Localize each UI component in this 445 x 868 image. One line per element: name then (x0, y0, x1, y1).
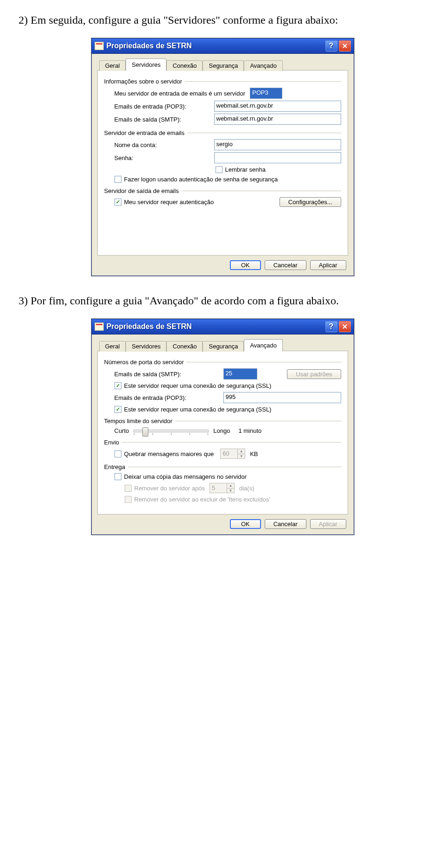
break-messages-checkbox[interactable] (114, 450, 121, 457)
titlebar[interactable]: Propriedades de SETRN ? (92, 39, 354, 54)
help-button[interactable]: ? (325, 321, 337, 332)
password-label: Senha: (114, 154, 214, 161)
spinner-value: 60 (221, 449, 237, 458)
server-type-value: POP3 (250, 88, 282, 99)
cancel-button[interactable]: Cancelar (265, 260, 306, 270)
ssl-incoming-checkbox[interactable]: ✓ (114, 406, 121, 413)
remove-after-unit: dia(s) (239, 485, 254, 492)
requires-auth-checkbox[interactable]: ✓ (114, 199, 121, 206)
dialog-footer: OK Cancelar Aplicar (97, 256, 348, 272)
tab-avancado[interactable]: Avançado (244, 339, 283, 351)
tab-servidores[interactable]: Servidores (126, 341, 166, 352)
tab-label: Conexão (172, 343, 197, 350)
properties-dialog-advanced: Propriedades de SETRN ? Geral Servidores… (91, 319, 354, 535)
tab-avancado[interactable]: Avançado (244, 60, 283, 71)
requires-auth-label: Meu servidor requer autenticação (124, 199, 270, 206)
step-2-text: 2) Em seguida, configure a guia "Servido… (19, 14, 426, 26)
help-button[interactable]: ? (325, 40, 337, 51)
tab-strip: Geral Servidores Conexão Segurança Avanç… (97, 58, 348, 71)
account-label: Nome da conta: (114, 141, 214, 148)
dialog-body: Geral Servidores Conexão Segurança Avanç… (92, 54, 354, 276)
close-button[interactable] (339, 40, 351, 51)
group-outgoing-server: Servidor de saída de emails (104, 187, 341, 194)
leave-copy-checkbox[interactable] (114, 473, 121, 480)
dialog-body: Geral Servidores Conexão Segurança Avanç… (92, 334, 354, 534)
app-icon (95, 42, 104, 50)
group-label: Servidor de saída de emails (104, 187, 182, 194)
account-input[interactable]: sergio (214, 139, 341, 150)
spinner-down-icon: ▼ (227, 489, 234, 493)
tab-geral[interactable]: Geral (99, 60, 126, 71)
group-timeouts: Tempos limite do servidor (104, 418, 341, 424)
incoming-input[interactable]: webmail.set.rn.gov.br (214, 101, 341, 112)
tab-seguranca[interactable]: Segurança (203, 341, 244, 352)
outgoing-input[interactable]: webmail.set.rn.gov.br (214, 114, 341, 125)
group-ports: Números de porta do servidor (104, 359, 341, 366)
close-button[interactable] (339, 321, 351, 332)
remove-after-spinner: 5 ▲▼ (210, 483, 235, 493)
group-server-info: Informações sobre o servidor (104, 78, 341, 85)
group-incoming-server: Servidor de entrada de emails (104, 129, 341, 136)
ssl-outgoing-checkbox[interactable]: ✓ (114, 382, 121, 389)
tab-label: Servidores (132, 343, 160, 350)
tab-strip: Geral Servidores Conexão Segurança Avanç… (97, 339, 348, 351)
tab-panel-servers: Informações sobre o servidor Meu servido… (97, 70, 348, 256)
smtp-port-input[interactable]: 25 (223, 368, 258, 379)
step-3-text: 3) Por fim, configure a guia "Avançado" … (19, 295, 426, 307)
tab-label: Segurança (209, 343, 238, 350)
slider-thumb-icon[interactable] (142, 427, 148, 437)
leave-copy-label: Deixar uma cópia das mensagens no servid… (124, 473, 247, 480)
timeout-value: 1 minuto (238, 427, 261, 434)
tab-label: Geral (105, 62, 120, 69)
titlebar[interactable]: Propriedades de SETRN ? (92, 319, 354, 334)
ok-button[interactable]: OK (230, 260, 261, 270)
secure-auth-label: Fazer logon usando autenticação de senha… (124, 176, 278, 183)
tab-label: Geral (105, 343, 120, 350)
apply-button[interactable]: Aplicar (310, 260, 346, 270)
group-send: Envio (104, 439, 341, 446)
break-messages-label: Quebrar mensagens maiores que (124, 450, 214, 457)
configurations-button[interactable]: Configurações... (280, 197, 341, 207)
incoming-label: Emails de entrada (POP3): (114, 103, 214, 110)
spinner-up-icon: ▲ (227, 483, 234, 489)
remember-password-checkbox[interactable] (216, 166, 222, 173)
cancel-button[interactable]: Cancelar (265, 519, 306, 529)
ok-button[interactable]: OK (230, 519, 261, 529)
spinner-up-icon[interactable]: ▲ (237, 449, 245, 454)
instruction-text: 3) Por fim, configure a guia "Avançado" … (19, 295, 339, 307)
tab-label: Conexão (172, 62, 197, 69)
tab-servidores[interactable]: Servidores (126, 58, 166, 71)
timeout-long-label: Longo (213, 427, 230, 434)
remove-on-delete-checkbox (125, 496, 132, 503)
group-label: Tempos limite do servidor (104, 418, 175, 424)
ssl-outgoing-label: Este servidor requer uma conexão de segu… (124, 382, 272, 389)
tab-label: Avançado (250, 62, 277, 69)
use-defaults-button[interactable]: Usar padrões (287, 369, 341, 379)
break-size-spinner[interactable]: 60 ▲▼ (220, 449, 245, 459)
timeout-slider[interactable] (134, 430, 209, 432)
properties-dialog-servers: Propriedades de SETRN ? Geral Servidores… (91, 38, 354, 276)
password-input[interactable] (214, 152, 341, 163)
spinner-value: 5 (210, 483, 227, 493)
ssl-incoming-label: Este servidor requer uma conexão de segu… (124, 406, 272, 413)
tab-conexao[interactable]: Conexão (166, 60, 203, 71)
tab-conexao[interactable]: Conexão (166, 341, 203, 352)
server-type-label: Meu servidor de entrada de emails é um s… (114, 90, 246, 97)
group-label: Informações sobre o servidor (104, 78, 185, 85)
tab-geral[interactable]: Geral (99, 341, 126, 352)
tab-label: Avançado (250, 342, 277, 349)
tab-panel-advanced: Números de porta do servidor Emails de s… (97, 351, 348, 514)
timeout-short-label: Curto (114, 427, 129, 434)
dialog-title: Propriedades de SETRN (107, 42, 192, 50)
close-icon (342, 324, 348, 329)
spinner-down-icon[interactable]: ▼ (237, 454, 245, 459)
pop3-port-input[interactable]: 995 (223, 392, 341, 403)
app-icon (95, 322, 104, 331)
apply-button[interactable]: Aplicar (310, 519, 346, 529)
smtp-port-label: Emails de saída (SMTP): (114, 371, 223, 378)
tab-seguranca[interactable]: Segurança (203, 60, 244, 71)
outgoing-label: Emails de saída (SMTP): (114, 116, 214, 123)
group-delivery: Entrega (104, 463, 341, 470)
secure-auth-checkbox[interactable] (114, 176, 121, 183)
group-label: Servidor de entrada de emails (104, 129, 187, 136)
